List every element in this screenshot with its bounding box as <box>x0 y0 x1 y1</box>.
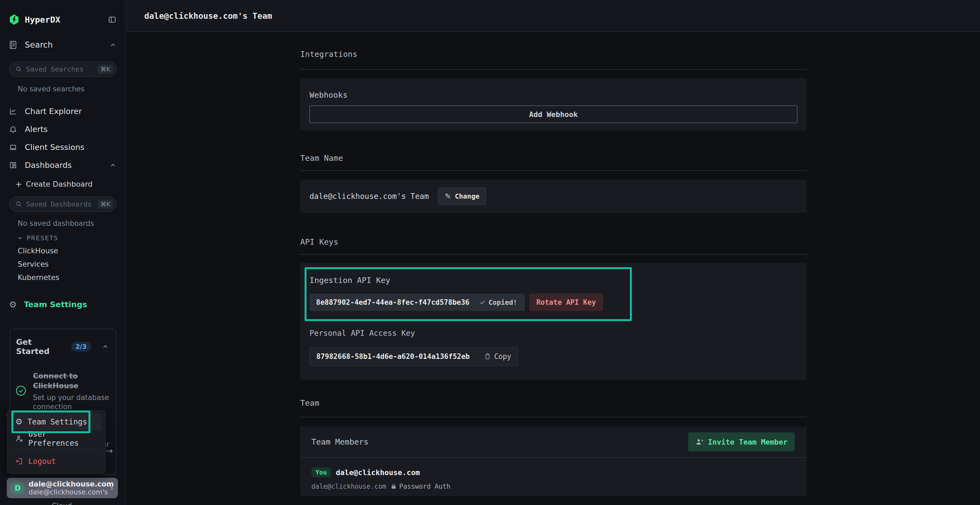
logo-row: HyperDX <box>0 0 126 28</box>
person-plus-icon <box>695 438 703 446</box>
saved-dashboards-input[interactable] <box>26 200 94 208</box>
webhooks-card: Webhooks Add Webhook <box>300 78 807 130</box>
menu-item-logout[interactable]: Logout <box>11 453 102 470</box>
member-email: dale@clickhouse.com <box>312 483 386 490</box>
get-started-step-1[interactable]: Connect to ClickHouse Set up your databa… <box>10 371 116 411</box>
section-divider <box>300 417 807 418</box>
user-menu-popup: ⚙ Team Settings User Preferences Logout <box>7 410 106 473</box>
chevron-right-icon <box>108 484 115 492</box>
copied-indicator: Copied! <box>479 299 517 306</box>
integrations-section-label: Integrations <box>300 49 807 59</box>
laptop-icon <box>9 143 17 151</box>
auth-method: Password Auth <box>391 483 450 490</box>
saved-searches-input[interactable] <box>26 65 94 73</box>
presets-label: PRESETS <box>27 235 58 241</box>
user-gear-icon <box>15 435 24 443</box>
team-card: Team Members Invite Team Member You dale… <box>300 427 807 496</box>
you-badge: You <box>312 467 331 477</box>
menu-item-label: User Preferences <box>28 430 97 448</box>
sidebar-item-chart-explorer[interactable]: Chart Explorer <box>0 102 126 120</box>
menu-item-label: Logout <box>28 457 56 466</box>
preset-kubernetes[interactable]: Kubernetes <box>18 273 126 282</box>
ingestion-key-chip[interactable]: 8e887902-4ed7-44ea-8fec-f47cd578be36 Cop… <box>310 294 525 311</box>
sidebar-item-client-sessions[interactable]: Client Sessions <box>0 138 126 156</box>
sidebar-item-dashboards[interactable]: Dashboards <box>0 156 126 174</box>
step-title: Connect to ClickHouse <box>33 371 111 391</box>
section-divider <box>300 254 807 255</box>
saved-searches-input-wrap: ⌘K <box>9 62 116 77</box>
create-dashboard-label: Create Dashboard <box>26 180 92 188</box>
presets-toggle[interactable]: PRESETS <box>17 235 126 241</box>
magnifier-icon <box>15 65 22 73</box>
sidebar-item-alerts[interactable]: Alerts <box>0 120 126 138</box>
api-keys-section-label: API Keys <box>300 237 807 246</box>
saved-dashboards-input-wrap: ⌘K <box>9 197 116 212</box>
rotate-api-key-button[interactable]: Rotate API Key <box>529 294 603 311</box>
sidebar-toggle-icon[interactable] <box>108 16 116 24</box>
chevron-up-icon <box>110 162 116 169</box>
step-description: Set up your database connection <box>33 393 111 412</box>
invite-button-label: Invite Team Member <box>708 438 788 446</box>
clipboard-icon <box>484 353 491 360</box>
preset-clickhouse[interactable]: ClickHouse <box>18 246 126 255</box>
gear-icon: ⚙ <box>15 418 22 426</box>
user-team: dale@clickhouse.com's <box>29 488 104 496</box>
bell-icon <box>9 125 17 133</box>
personal-key-value: 87982668-58b1-4d6e-a620-014a136f52eb <box>316 353 470 360</box>
personal-key-chip[interactable]: 87982668-58b1-4d6e-a620-014a136f52eb Cop… <box>310 347 518 366</box>
team-section-label: Team <box>300 399 807 408</box>
copied-label: Copied! <box>488 299 517 306</box>
check-icon <box>479 299 485 305</box>
ingestion-key-value: 8e887902-4ed7-44ea-8fec-f47cd578be36 <box>316 298 469 306</box>
member-name: dale@clickhouse.com <box>336 468 420 477</box>
copy-label: Copy <box>494 353 511 360</box>
sidebar-item-team-settings[interactable]: ⚙ Team Settings <box>0 296 126 313</box>
no-saved-searches-text: No saved searches <box>18 85 126 93</box>
avatar: D <box>11 481 25 495</box>
hyperdx-logo-icon <box>9 14 19 25</box>
saved-dashboards-shortcut: ⌘K <box>98 200 113 209</box>
search-section-icon <box>9 40 17 49</box>
page-title: dale@clickhouse.com's Team <box>144 11 272 21</box>
menu-item-team-settings[interactable]: ⚙ Team Settings <box>11 413 102 430</box>
sidebar-item-label: Alerts <box>25 125 116 134</box>
sidebar-item-label: Chart Explorer <box>25 106 116 116</box>
sidebar-item-label: Dashboards <box>25 160 102 170</box>
circle-check-icon <box>16 385 26 397</box>
logout-icon <box>15 457 24 465</box>
app-title: HyperDX <box>25 15 102 24</box>
section-divider <box>300 69 807 70</box>
chevron-up-icon[interactable] <box>102 343 109 350</box>
webhooks-title: Webhooks <box>310 91 797 100</box>
progress-badge: 2/3 <box>71 342 91 351</box>
team-members-title: Team Members <box>312 437 369 446</box>
user-name: dale@clickhouse.com <box>29 480 104 488</box>
chevron-up-icon <box>110 41 116 48</box>
create-dashboard-button[interactable]: + Create Dashboard <box>0 176 126 192</box>
add-webhook-button[interactable]: Add Webhook <box>310 106 797 123</box>
copy-button[interactable]: Copy <box>484 353 511 360</box>
sidebar-nav: Chart Explorer Alerts Client Sessions Da… <box>0 102 126 174</box>
ingestion-key-title: Ingestion API Key <box>310 276 630 285</box>
menu-item-label: Team Settings <box>27 418 87 426</box>
get-started-title: Get Started <box>16 337 66 356</box>
lock-icon <box>391 483 397 490</box>
section-divider <box>300 170 807 171</box>
team-name-section-label: Team Name <box>300 154 807 163</box>
team-name-value: dale@clickhouse.com's Team <box>310 192 429 201</box>
plus-icon: + <box>15 179 22 189</box>
preset-services[interactable]: Services <box>18 260 126 268</box>
arrow-right-icon: → <box>106 446 113 456</box>
saved-searches-shortcut: ⌘K <box>98 65 113 74</box>
topbar: dale@clickhouse.com's Team <box>126 0 980 32</box>
pencil-icon: ✎ <box>445 192 451 200</box>
gear-icon: ⚙ <box>9 300 17 309</box>
search-section-header[interactable]: Search <box>0 36 126 54</box>
menu-item-user-preferences[interactable]: User Preferences <box>11 430 102 447</box>
team-settings-label: Team Settings <box>24 300 87 309</box>
user-account-button[interactable]: D dale@clickhouse.com dale@clickhouse.co… <box>7 478 118 498</box>
clipped-bottom-text: Cloud <box>52 502 72 505</box>
chart-line-icon <box>9 107 17 115</box>
invite-team-member-button[interactable]: Invite Team Member <box>688 432 795 451</box>
change-team-name-button[interactable]: ✎ Change <box>438 187 486 205</box>
